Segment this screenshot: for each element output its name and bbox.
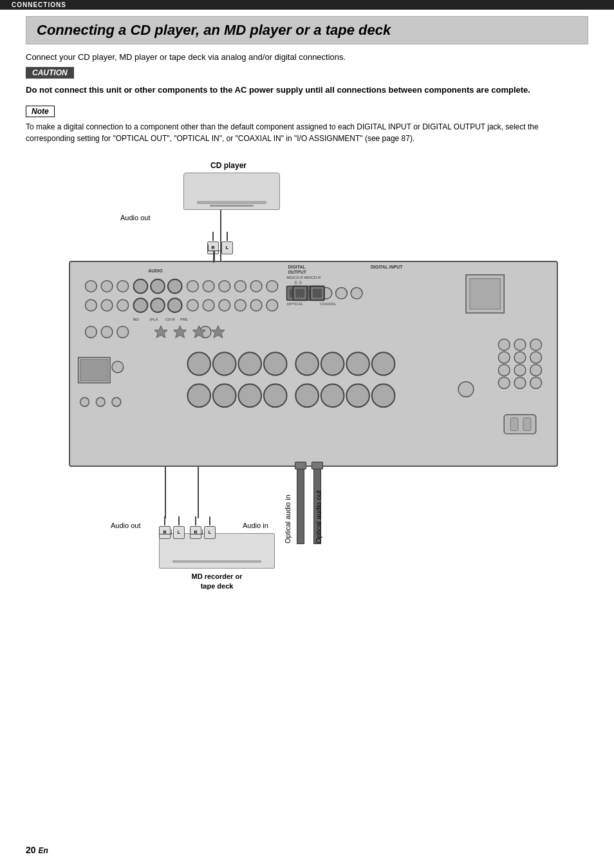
intro-text: Connect your CD player, MD player or tap… xyxy=(26,52,588,62)
svg-point-22 xyxy=(235,299,247,311)
svg-point-9 xyxy=(219,280,230,292)
svg-marker-34 xyxy=(174,325,187,337)
svg-point-19 xyxy=(187,299,198,311)
svg-point-2 xyxy=(101,280,113,292)
svg-point-86 xyxy=(112,397,121,406)
svg-point-54 xyxy=(514,339,526,350)
svg-point-31 xyxy=(117,326,129,337)
page-title: Connecting a CD player, an MD player or … xyxy=(37,22,577,39)
optical-out-top-conn xyxy=(295,462,306,469)
svg-point-13 xyxy=(85,299,97,311)
svg-point-76 xyxy=(264,384,287,407)
svg-marker-36 xyxy=(212,325,225,337)
page-number: 20 En xyxy=(26,845,48,855)
optical-in-top-conn xyxy=(312,462,323,469)
svg-point-62 xyxy=(498,377,510,388)
cd-player-box xyxy=(183,173,280,210)
svg-point-55 xyxy=(530,339,542,350)
svg-point-67 xyxy=(238,352,261,375)
svg-point-56 xyxy=(498,352,510,363)
svg-point-63 xyxy=(514,377,526,388)
svg-rect-52 xyxy=(470,278,500,308)
audio-out-md-label: Audio out xyxy=(111,522,140,529)
wire-rca-to-receiver xyxy=(213,251,214,263)
optical-audio-in-label: Optical audio in xyxy=(284,495,292,543)
svg-point-23 xyxy=(250,299,262,311)
svg-rect-94 xyxy=(313,288,322,297)
svg-point-87 xyxy=(458,381,474,397)
svg-point-24 xyxy=(266,299,278,311)
svg-point-4 xyxy=(134,279,148,293)
svg-point-77 xyxy=(295,384,319,407)
svg-point-20 xyxy=(203,299,214,311)
svg-text:PRE: PRE xyxy=(180,317,188,321)
svg-point-73 xyxy=(187,384,210,407)
svg-point-64 xyxy=(530,377,542,388)
section-label: CONNECTIONS xyxy=(12,1,66,8)
svg-text:①         ②: ① ② xyxy=(294,280,302,284)
svg-point-85 xyxy=(96,397,105,406)
svg-point-29 xyxy=(85,326,97,337)
svg-point-6 xyxy=(168,279,182,293)
svg-point-5 xyxy=(151,279,165,293)
svg-marker-33 xyxy=(154,325,167,337)
svg-point-70 xyxy=(321,352,344,375)
svg-text:DIGITAL INPUT: DIGITAL INPUT xyxy=(371,264,403,269)
svg-point-68 xyxy=(264,352,287,375)
svg-point-78 xyxy=(321,384,344,407)
svg-rect-89 xyxy=(510,417,518,430)
svg-point-59 xyxy=(498,364,510,375)
svg-point-83 xyxy=(112,361,124,373)
wire-md-in-v xyxy=(198,467,199,518)
svg-text:MD: MD xyxy=(133,317,139,321)
svg-point-66 xyxy=(213,352,236,375)
svg-point-84 xyxy=(80,397,89,406)
svg-point-79 xyxy=(346,384,369,407)
rca-md-in-bracket xyxy=(190,529,203,534)
svg-text:MD/CD-R  MD/CD-R: MD/CD-R MD/CD-R xyxy=(287,275,321,279)
svg-point-15 xyxy=(117,299,129,311)
caution-text: Do not connect this unit or other compon… xyxy=(26,84,588,97)
wire-md-out-v xyxy=(165,467,166,518)
svg-text:OPTICAL: OPTICAL xyxy=(287,302,304,306)
svg-point-74 xyxy=(213,384,236,407)
rca-md-out: R L xyxy=(159,516,185,539)
svg-point-8 xyxy=(203,280,214,292)
svg-rect-92 xyxy=(295,288,304,297)
svg-point-11 xyxy=(250,280,262,292)
svg-point-80 xyxy=(372,384,395,407)
optical-out-cable xyxy=(297,467,304,544)
svg-point-18 xyxy=(168,298,182,312)
svg-point-72 xyxy=(372,352,395,375)
diagram-area: CD player Audio out R L xyxy=(30,155,584,618)
svg-point-3 xyxy=(117,280,129,292)
audio-out-cd-label: Audio out xyxy=(120,214,150,222)
svg-point-61 xyxy=(530,364,542,375)
rca-l-cd: L xyxy=(221,241,233,254)
svg-point-75 xyxy=(238,384,261,407)
svg-point-12 xyxy=(266,280,278,292)
rca-md-out-bracket xyxy=(159,529,172,534)
svg-point-1 xyxy=(85,280,97,292)
note-label: Note xyxy=(26,106,55,117)
note-text: To make a digital connection to a compon… xyxy=(26,121,588,144)
svg-text:CD-R: CD-R xyxy=(165,317,175,321)
svg-text:DIGITAL: DIGITAL xyxy=(288,264,306,269)
optical-audio-out-label: Optical audio out xyxy=(315,490,322,543)
svg-point-69 xyxy=(295,352,319,375)
page-title-box: Connecting a CD player, an MD player or … xyxy=(26,16,588,44)
svg-point-53 xyxy=(498,339,510,350)
svg-text:OUTPUT: OUTPUT xyxy=(288,269,307,274)
svg-point-21 xyxy=(219,299,230,311)
svg-point-60 xyxy=(514,364,526,375)
svg-rect-90 xyxy=(523,417,531,430)
svg-point-16 xyxy=(134,298,148,312)
svg-text:(PLA: (PLA xyxy=(149,317,158,321)
svg-point-58 xyxy=(530,352,542,363)
top-bar: CONNECTIONS xyxy=(0,0,614,10)
md-label: MD recorder or tape deck xyxy=(159,572,275,592)
svg-point-71 xyxy=(346,352,369,375)
rca-cd-bracket xyxy=(208,245,221,251)
svg-point-10 xyxy=(235,280,247,292)
svg-point-57 xyxy=(514,352,526,363)
